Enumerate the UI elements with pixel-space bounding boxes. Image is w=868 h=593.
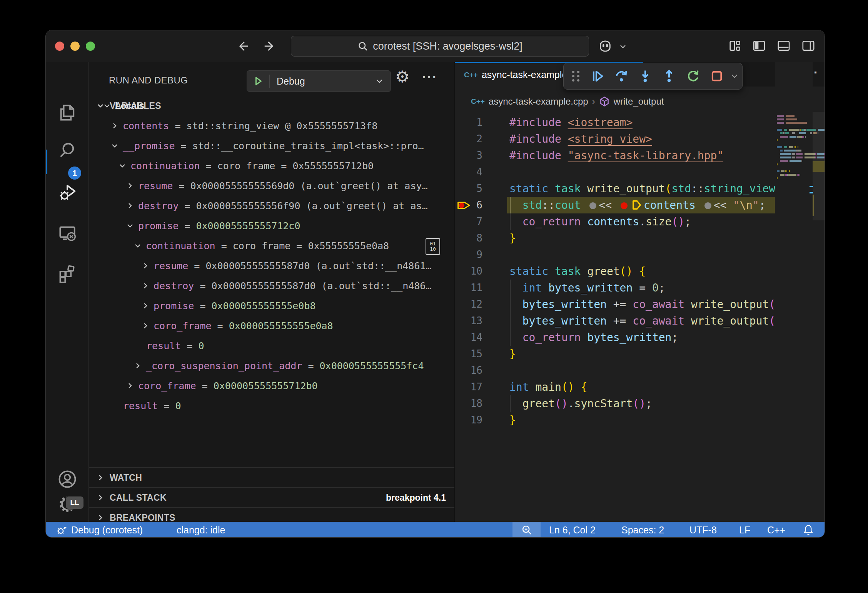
breakpoint-current-frame-icon[interactable]	[456, 198, 472, 213]
code-line-6[interactable]: std::cout << contents << "\n";	[509, 197, 766, 213]
variable-name: destroy	[138, 200, 179, 212]
line-number: 7	[455, 213, 482, 230]
back-icon[interactable]	[235, 39, 250, 53]
call-stack-section-header[interactable]: CALL STACK breakpoint 4.1	[89, 487, 454, 508]
toggle-primary-sidebar-icon[interactable]	[751, 38, 767, 53]
line-number: 18	[455, 395, 482, 412]
chevron-down-icon[interactable]	[618, 42, 628, 51]
line-number: 19	[455, 412, 482, 428]
zoom-window-button[interactable]	[86, 42, 95, 51]
breakpoints-section-header[interactable]: BREAKPOINTS	[89, 507, 454, 522]
chevron-collapsed-icon	[96, 513, 105, 522]
code-line-8[interactable]: }	[509, 230, 516, 247]
explorer-icon[interactable]	[46, 102, 89, 123]
code-line-11[interactable]: int bytes_written = 0;	[509, 280, 665, 296]
code-line-2[interactable]: #include <string_view>	[509, 131, 652, 147]
indentation-item[interactable]: Spaces: 2	[621, 522, 664, 538]
close-window-button[interactable]	[55, 42, 64, 51]
code-line-14[interactable]: co_return bytes_written;	[509, 329, 678, 346]
continue-button[interactable]	[586, 69, 609, 83]
variable-row-contents[interactable]: contents = std::string_view @ 0x55555557…	[89, 116, 454, 136]
cursor-position-item[interactable]: Ln 6, Col 2	[549, 522, 596, 538]
code-line-1[interactable]: #include <iostream>	[509, 114, 633, 131]
overview-current-line-marker	[813, 161, 825, 172]
step-over-button[interactable]	[609, 69, 633, 83]
inline-breakpoint-candidate-icon[interactable]	[704, 202, 711, 209]
toggle-secondary-sidebar-icon[interactable]	[801, 38, 816, 53]
code-line-13[interactable]: bytes_written += co_await write_output(c…	[509, 313, 775, 329]
variable-row-destroy[interactable]: destroy = 0x0000555555556f90 (a.out`gree…	[89, 196, 454, 216]
step-out-button[interactable]	[657, 69, 681, 83]
account-icon[interactable]	[46, 468, 89, 490]
minimap[interactable]	[775, 62, 813, 522]
inline-breakpoint-candidate-icon[interactable]	[589, 202, 596, 209]
eol-item[interactable]: LF	[739, 522, 750, 538]
step-into-button[interactable]	[633, 69, 657, 83]
variable-row-promise[interactable]: promise = 0x00005555555712c0	[89, 216, 454, 236]
drag-handle-icon[interactable]	[572, 71, 580, 82]
chevron-collapsed-icon	[125, 201, 135, 210]
variable-row-promise[interactable]: promise = 0x000055555555e0b8	[89, 296, 454, 316]
start-debug-icon[interactable]	[247, 75, 270, 88]
code-line-15[interactable]: }	[509, 346, 516, 362]
code-line-3[interactable]: #include "async-task-library.hpp"	[509, 147, 723, 164]
copilot-icon[interactable]	[597, 38, 614, 54]
run-and-debug-icon[interactable]	[46, 182, 89, 204]
profile-badge[interactable]: LL	[65, 496, 84, 510]
view-binary-icon[interactable]: 0110	[426, 238, 440, 255]
variable-row-continuation[interactable]: continuation = coro frame = 0x55555555e0…	[89, 236, 454, 256]
variable-row-coro_frame[interactable]: coro_frame = 0x00005555555712b0	[89, 376, 454, 396]
variable-row-_coro_suspension_point_addr[interactable]: _coro_suspension_point_addr = 0x00005555…	[89, 356, 454, 376]
variable-row-resume[interactable]: resume = 0x00005555555587d0 (a.out`std::…	[89, 256, 454, 276]
overview-info-marker	[810, 186, 813, 187]
code-line-5[interactable]: static task write_output(std::string_vie…	[509, 180, 775, 197]
code-area[interactable]: 1#include <iostream>2#include <string_vi…	[455, 62, 775, 522]
variable-value: 0x00005555555712b0	[214, 380, 318, 391]
customize-layout-icon[interactable]	[728, 38, 743, 53]
clangd-status-item[interactable]: clangd: idle	[177, 522, 225, 538]
code-line-12[interactable]: bytes_written += co_await write_output(c…	[509, 296, 775, 313]
variable-row-coro_frame[interactable]: coro_frame = 0x000055555555e0a8	[89, 316, 454, 336]
remote-explorer-icon[interactable]	[46, 223, 89, 244]
code-line-7[interactable]: co_return contents.size();	[509, 213, 691, 230]
variable-name: __promise	[123, 140, 175, 152]
language-mode-item[interactable]: C++	[767, 522, 785, 538]
screencast-zoom-item[interactable]	[512, 522, 541, 538]
minimize-window-button[interactable]	[70, 42, 80, 51]
inline-breakpoint-icon[interactable]	[621, 202, 628, 209]
forward-icon[interactable]	[263, 39, 277, 53]
code-line-19[interactable]: }	[509, 412, 516, 428]
debug-settings-gear-icon[interactable]: ⚙	[395, 67, 410, 86]
variable-row-destroy[interactable]: destroy = 0x00005555555587d0 (a.out`std:…	[89, 276, 454, 296]
debug-session-chevron-icon[interactable]	[729, 71, 739, 81]
variable-row-result[interactable]: result = 0	[89, 336, 454, 356]
current-statement-pointer-icon	[631, 199, 642, 211]
restart-button[interactable]	[681, 69, 705, 83]
line-number: 2	[455, 131, 482, 147]
extensions-icon[interactable]	[46, 263, 89, 284]
chevron-collapsed-icon	[141, 281, 150, 290]
views-more-actions-icon[interactable]: ···	[422, 70, 437, 85]
variable-row-__promise[interactable]: __promise = std::__coroutine_traits_impl…	[89, 136, 454, 156]
watch-section-header[interactable]: WATCH	[89, 467, 454, 488]
search-text: corotest [SSH: avogelsges-wsl2]	[373, 40, 522, 52]
stop-button[interactable]	[705, 69, 729, 83]
command-center-search[interactable]: corotest [SSH: avogelsges-wsl2]	[291, 36, 589, 57]
line-number: 5	[455, 180, 482, 197]
chevron-collapsed-icon	[141, 301, 150, 310]
scope-row-locals[interactable]: Locals	[89, 96, 454, 116]
variable-row-continuation[interactable]: continuation = coro frame = 0x5555555712…	[89, 156, 454, 176]
debug-configuration-dropdown[interactable]: Debug	[247, 70, 391, 92]
encoding-item[interactable]: UTF-8	[689, 522, 717, 538]
code-line-17[interactable]: int main() {	[509, 379, 587, 395]
debug-toolbar	[563, 63, 743, 90]
variable-row-resume[interactable]: resume = 0x00005555555569d0 (a.out`greet…	[89, 176, 454, 196]
chevron-expanded-icon	[133, 241, 142, 250]
notifications-bell-icon[interactable]	[802, 522, 815, 538]
code-line-10[interactable]: static task greet() {	[509, 263, 646, 280]
search-icon[interactable]	[46, 140, 89, 161]
debug-status-item[interactable]: Debug (corotest)	[56, 522, 143, 538]
toggle-panel-icon[interactable]	[776, 38, 791, 53]
variable-row-result[interactable]: result = 0	[89, 396, 454, 416]
code-line-18[interactable]: greet().syncStart();	[509, 395, 652, 412]
